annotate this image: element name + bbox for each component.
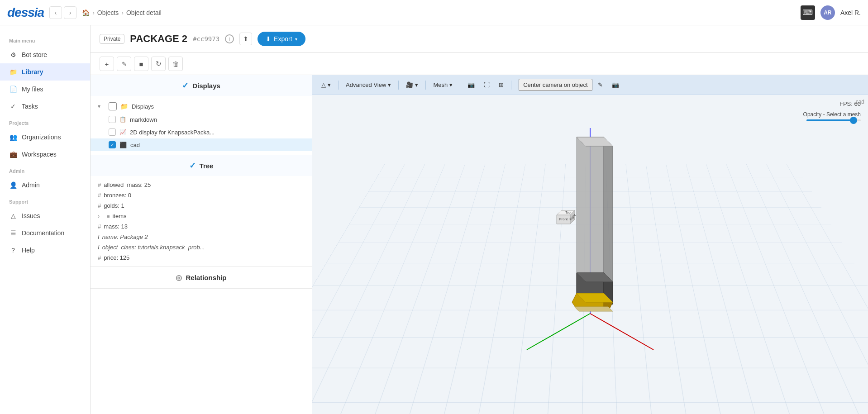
forward-button[interactable]: › [64,6,76,19]
cad-checkbox[interactable]: ✓ [109,141,116,148]
export-label: Export [274,35,292,43]
viewer-canvas[interactable]: Front Top Right [312,95,868,414]
sidebar-item-tasks[interactable]: ✓ Tasks [0,98,90,115]
photo-button[interactable]: 📷 [464,80,478,90]
relationship-header[interactable]: ◎ Relationship [91,267,312,288]
breadcrumb-objects[interactable]: Objects [97,9,119,16]
cad-item[interactable]: ✓ ⬛ cad [91,138,312,151]
tree-label-golds: golds: 1 [104,202,124,209]
3d-object-container [312,95,868,414]
expand-items-icon[interactable]: › [98,213,104,219]
tree-label-items: items [112,213,126,219]
italic-icon-2: I [98,244,100,251]
mesh-button[interactable]: Mesh ▾ [429,80,456,90]
back-button[interactable]: ‹ [49,6,62,19]
opacity-slider[interactable] [806,119,861,121]
view-mode-button[interactable]: △ ▾ [318,80,334,90]
left-panel: ✓ Displays ▾ – 📁 Displays [91,75,312,414]
breadcrumb: 🏠 › Objects › Object detail [82,9,162,16]
camera-chevron: ▾ [415,81,418,88]
relationship-section: ◎ Relationship [91,267,312,289]
info-icon[interactable]: i [225,34,234,43]
relationship-title: Relationship [186,274,226,281]
hash-icon-1: # [98,181,101,188]
sidebar-item-workspaces[interactable]: 💼 Workspaces [0,146,90,163]
issues-icon: △ [9,212,17,220]
hash-icon-3: # [98,202,101,209]
tree-item-allowed-mass: # allowed_mass: 25 [91,180,312,190]
sidebar-label-admin: Admin [22,181,40,189]
documentation-icon: ☰ [9,229,17,237]
fill-button[interactable]: ■ [134,57,148,71]
opacity-thumb[interactable] [850,117,857,124]
2d-display-item[interactable]: 📈 2D display for KnapsackPacka... [91,126,312,138]
toolbar-sep-1 [338,81,339,90]
camera-button[interactable]: 🎥 ▾ [402,80,422,90]
displays-header: ✓ Displays [91,75,312,96]
sidebar-item-bot-store[interactable]: ⚙ Bot store [0,46,90,63]
grid-icon: ⊞ [499,81,504,88]
markdown-doc-icon: 📋 [119,116,126,123]
svg-marker-9 [577,137,604,295]
sidebar-item-documentation[interactable]: ☰ Documentation [0,224,90,242]
tree-title: Tree [200,162,214,170]
markdown-item[interactable]: 📋 markdown [91,113,312,126]
my-files-icon: 📄 [9,85,17,93]
center-camera-button[interactable]: Center camera on object [519,79,592,91]
photo-icon: 📷 [467,81,475,88]
2d-display-checkbox[interactable] [109,128,116,136]
expand-button[interactable]: ⛶ [480,80,493,90]
markdown-checkbox[interactable] [109,116,116,123]
workspaces-icon: 💼 [9,150,17,158]
breadcrumb-detail[interactable]: Object detail [126,9,162,16]
export-button[interactable]: ⬇ Export ▾ [258,32,305,46]
toolbar-sep-3 [425,81,426,90]
refresh-button[interactable]: ↻ [151,57,166,71]
tree-check-icon: ✓ [189,161,196,171]
toolbar: + ✎ ■ ↻ 🗑 [91,53,868,75]
tree-item-items[interactable]: › ≡ items [91,211,312,221]
topbar-right: ⌨ AR Axel R. [801,5,861,20]
sidebar-label-workspaces: Workspaces [22,151,57,158]
minus-button[interactable]: – [109,102,117,110]
add-button[interactable]: + [100,57,114,71]
sidebar-item-library[interactable]: 📁 Library [0,63,90,81]
object-header: Private PACKAGE 2 #cc9973 i ⬆ ⬇ Export ▾ [91,25,868,53]
delete-button[interactable]: 🗑 [168,57,183,71]
support-label: Support [0,194,90,207]
expand-displays-icon[interactable]: ▾ [98,103,105,109]
breadcrumb-sep-1: › [92,9,95,16]
breadcrumb-home-icon[interactable]: 🏠 [82,9,90,16]
displays-root-item[interactable]: ▾ – 📁 Displays [91,100,312,113]
keyboard-icon[interactable]: ⌨ [801,5,815,20]
sidebar-item-my-files[interactable]: 📄 My files [0,81,90,98]
viewer-area: △ ▾ Advanced View ▾ 🎥 ▾ Mesh [312,75,868,414]
main-menu-label: Main menu [0,33,90,46]
advanced-view-label: Advanced View [346,81,386,88]
split-pane: ✓ Displays ▾ – 📁 Displays [91,75,868,414]
tree-label-allowed-mass: allowed_mass: 25 [104,181,151,188]
italic-icon-1: I [98,233,100,240]
screenshot-button[interactable]: 📷 [608,80,623,90]
sidebar: Main menu ⚙ Bot store 📁 Library 📄 My fil… [0,25,91,414]
advanced-view-button[interactable]: Advanced View ▾ [342,80,395,90]
share-icon[interactable]: ⬆ [239,33,252,45]
edit-button[interactable]: ✎ [117,57,131,71]
view-mode-icon: △ [321,81,326,88]
sidebar-item-admin[interactable]: 👤 Admin [0,176,90,194]
sidebar-label-library: Library [22,68,43,76]
help-icon: ? [9,246,17,254]
2d-display-label: 2D display for KnapsackPacka... [130,129,215,136]
sidebar-item-issues[interactable]: △ Issues [0,207,90,224]
tree-label-object-class: object_class: tutorials.knapsack_prob... [102,244,205,251]
hash-icon-2: # [98,192,101,199]
object-id: #cc9973 [193,35,219,43]
grid-button[interactable]: ⊞ [495,80,507,90]
sidebar-item-organizations[interactable]: 👥 Organizations [0,128,90,146]
toolbar-sep-5 [511,81,511,90]
pen-button[interactable]: ✎ [594,80,606,90]
organizations-icon: 👥 [9,133,17,141]
sidebar-item-help[interactable]: ? Help [0,242,90,259]
displays-title: Displays [192,82,220,90]
tree-section: ✓ Tree # allowed_mass: 25 # bronzes: 0 [91,155,312,267]
